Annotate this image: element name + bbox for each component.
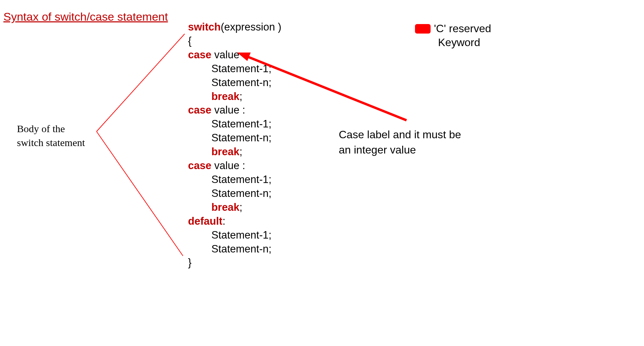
code-case-value-3: value : xyxy=(211,160,245,171)
annotation-lines xyxy=(0,0,644,346)
code-stmt1-3: Statement-1; xyxy=(211,174,271,185)
code-case-value-1: value xyxy=(211,49,240,61)
legend-text-line1: 'C' reserved xyxy=(434,22,491,36)
body-label-line2: switch statement xyxy=(17,136,85,150)
body-label: Body of the switch statement xyxy=(17,122,85,149)
legend-swatch xyxy=(415,24,431,34)
legend: 'C' reserved Keyword xyxy=(415,21,491,50)
code-stmt1-d: Statement-1; xyxy=(211,229,271,241)
keyword-break-2: break xyxy=(211,146,240,158)
code-expression: (expression ) xyxy=(221,21,281,33)
code-case-value-2: value : xyxy=(211,104,245,116)
legend-text-line2: Keyword xyxy=(438,36,491,50)
code-stmt1-1: Statement-1; xyxy=(211,63,271,75)
code-brace-close: } xyxy=(188,257,191,268)
code-stmtn-d: Statement-n; xyxy=(211,243,271,255)
code-default-colon: : xyxy=(223,215,226,227)
keyword-break-1: break xyxy=(211,90,240,102)
case-label-line2: an integer value xyxy=(339,142,461,158)
keyword-case-3: case xyxy=(188,160,211,171)
diagram-title: Syntax of switch/case statement xyxy=(3,10,168,23)
keyword-switch: switch xyxy=(188,21,221,33)
keyword-case-2: case xyxy=(188,104,211,116)
keyword-default: default xyxy=(188,215,223,227)
code-block: switch(expression ) { case value Stateme… xyxy=(188,20,282,270)
keyword-case-1: case xyxy=(188,49,211,61)
code-semi-1: ; xyxy=(240,90,243,102)
code-semi-2: ; xyxy=(240,146,243,158)
code-stmtn-1: Statement-n; xyxy=(211,77,271,88)
code-brace-open: { xyxy=(188,35,191,47)
code-stmtn-2: Statement-n; xyxy=(211,132,271,144)
code-stmt1-2: Statement-1; xyxy=(211,118,271,130)
case-label-annotation: Case label and it must be an integer val… xyxy=(339,127,461,158)
case-label-line1: Case label and it must be xyxy=(339,127,461,142)
body-arrow-bottom-line xyxy=(97,131,183,256)
body-label-line1: Body of the xyxy=(17,122,85,136)
code-stmtn-3: Statement-n; xyxy=(211,187,271,199)
body-arrow-top-line xyxy=(97,34,185,131)
keyword-break-3: break xyxy=(211,201,240,213)
code-semi-3: ; xyxy=(240,201,243,213)
